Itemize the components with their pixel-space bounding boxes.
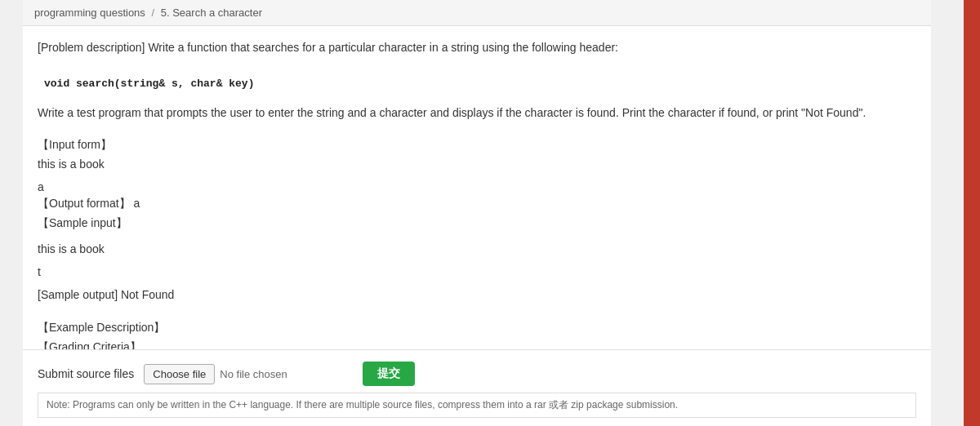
submit-button[interactable]: 提交	[363, 362, 415, 386]
write-test-block: Write a test program that prompts the us…	[38, 104, 916, 131]
sample-output-label: [Sample output] Not Found	[38, 288, 916, 301]
sample-output-block: [Sample output] Not Found	[38, 288, 916, 306]
breadcrumb: programming questions / 5. Search a char…	[23, 0, 931, 26]
function-sig-block: void search(string& s, char& key)	[38, 71, 916, 98]
note-prefix: Note: Programs can only be written in th…	[47, 399, 532, 410]
content-area: [Problem description] Write a function t…	[23, 26, 931, 349]
note-end: package submission.	[586, 399, 678, 410]
file-input-wrapper: Choose file No file chosen	[144, 364, 287, 384]
submit-label: Submit source files	[38, 367, 134, 380]
breadcrumb-separator: /	[151, 7, 154, 19]
breadcrumb-current: 5. Search a character	[161, 7, 262, 19]
sidebar-right	[931, 0, 980, 426]
example-desc-block: 【Example Description】 【Grading Criteria】	[38, 321, 916, 349]
input-example-line2: a	[38, 180, 916, 193]
submit-row: Submit source files Choose file No file …	[38, 362, 916, 386]
right-accent-bar	[964, 0, 980, 426]
breadcrumb-parent[interactable]: programming questions	[34, 7, 145, 19]
input-form-block: 【Input form】 this is a book	[38, 138, 916, 174]
input-example-line1: this is a book	[38, 158, 916, 171]
sidebar-left	[0, 0, 23, 426]
rar-code: rar	[534, 399, 546, 410]
sample-input-label: 【Sample input】	[38, 216, 916, 231]
example-desc-label: 【Example Description】	[38, 321, 916, 335]
sample-input-line2: t	[38, 265, 916, 278]
sample-input-line1: this is a book	[38, 242, 916, 255]
zip-code: zip	[571, 399, 583, 410]
problem-description: [Problem description] Write a function t…	[38, 39, 916, 56]
no-file-text: No file chosen	[220, 368, 287, 380]
choose-file-button[interactable]: Choose file	[144, 364, 215, 384]
sample-input-block: this is a book	[38, 242, 916, 259]
input-form-label: 【Input form】	[38, 138, 916, 153]
note-box: Note: Programs can only be written in th…	[38, 393, 916, 418]
write-test-description: Write a test program that prompts the us…	[38, 104, 916, 122]
submit-section: Submit source files Choose file No file …	[23, 349, 931, 426]
output-format-label: 【Output format】 a	[38, 197, 916, 211]
grading-label: 【Grading Criteria】	[38, 340, 916, 349]
sample-t-block: t	[38, 265, 916, 282]
function-signature: void search(string& s, char& key)	[44, 78, 916, 90]
problem-description-block: [Problem description] Write a function t…	[38, 39, 916, 64]
input-a-block: a 【Output format】 a 【Sample input】	[38, 180, 916, 236]
note-or: 或者	[549, 399, 568, 410]
main-content: programming questions / 5. Search a char…	[23, 0, 931, 426]
